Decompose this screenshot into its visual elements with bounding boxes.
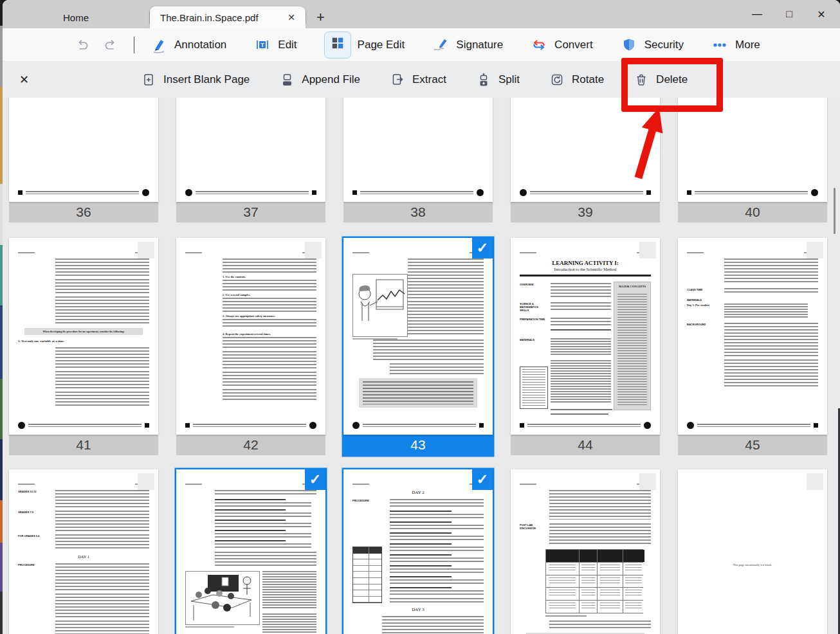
maximize-button[interactable]: □ <box>782 8 796 21</box>
page-number: 41 <box>9 435 158 455</box>
tab-document[interactable]: The.Brain.in.Space.pdf ✕ <box>150 6 306 28</box>
page-number: 40 <box>678 202 827 222</box>
toolbar-page-edit-label: Page Edit <box>358 39 405 51</box>
page-preview: LEARNING ACTIVITY I:Introduction to the … <box>511 238 660 435</box>
page-number: 36 <box>9 202 158 222</box>
thumbnail-grid: 36 37 38 39 40 When developing the proce… <box>3 98 829 634</box>
page-thumbnail-43[interactable]: ✓ 43 <box>343 238 493 455</box>
toolbar-annotation[interactable]: Annotation <box>150 36 226 54</box>
page-thumbnail-41[interactable]: When developing the procedure for an exp… <box>9 238 158 455</box>
toolbar-convert[interactable]: Convert <box>530 36 593 54</box>
page-thumbnail-42[interactable]: 1. Use the controls.2. Use several sampl… <box>176 238 325 455</box>
delete-button[interactable]: Delete <box>632 71 688 89</box>
rotate-label: Rotate <box>572 73 604 86</box>
delete-label: Delete <box>656 73 688 86</box>
thumbnail-checkbox[interactable] <box>138 242 154 258</box>
toolbar-page-edit[interactable]: Page Edit <box>324 32 405 59</box>
selected-checkbox[interactable]: ✓ <box>472 238 493 258</box>
undo-button[interactable] <box>75 37 90 53</box>
append-file-icon <box>278 71 296 89</box>
page-thumbnail-36[interactable]: 36 <box>9 98 158 222</box>
page-thumbnail-44[interactable]: LEARNING ACTIVITY I:Introduction to the … <box>511 238 660 455</box>
toolbar-more[interactable]: More <box>711 36 760 54</box>
selected-checkbox[interactable]: ✓ <box>472 469 493 490</box>
page-preview: ✓ <box>176 469 325 634</box>
page-edit-active-box <box>324 32 351 59</box>
selected-checkbox[interactable]: ✓ <box>305 469 325 490</box>
page-preview: CLASS TIMEMATERIALSDay 1: Per studentBAC… <box>678 238 827 435</box>
new-tab-button[interactable]: + <box>306 6 335 28</box>
page-edit-toolbar: ✕ Insert Blank Page Append File <box>3 61 840 98</box>
page-number: 38 <box>343 202 493 222</box>
page-thumbnail-50[interactable]: This page intentionally left blank. 50 <box>678 469 827 634</box>
append-file-button[interactable]: Append File <box>278 71 360 89</box>
thumbnail-checkbox[interactable] <box>807 473 823 490</box>
svg-text:T: T <box>261 41 265 48</box>
page-preview: 1. Use the controls.2. Use several sampl… <box>176 238 325 435</box>
page-number: 43 <box>343 435 493 455</box>
page-preview: POST-LAB DISCUSSIONThe use of the scient… <box>511 469 660 634</box>
page-thumbnail-47[interactable]: ✓ 47 <box>176 469 325 634</box>
page-number: 44 <box>511 435 660 455</box>
page-thumbnail-38[interactable]: 38 <box>343 98 493 222</box>
page-preview <box>9 98 158 202</box>
minimize-button[interactable]: — <box>750 8 764 21</box>
toolbar-security[interactable]: Security <box>620 36 684 54</box>
rotate-button[interactable]: Rotate <box>548 71 604 89</box>
page-thumbnail-37[interactable]: 37 <box>176 98 325 222</box>
page-preview <box>511 98 660 202</box>
scrollbar-thumb[interactable] <box>834 188 836 234</box>
page-preview <box>678 98 827 202</box>
split-button[interactable]: Split <box>475 71 520 89</box>
close-button[interactable]: ✕ <box>814 8 828 21</box>
page-thumbnail-46[interactable]: GRADES 10-12GRADES 7-9FOR GRADES 5-6DAY … <box>9 469 158 634</box>
toolbar-signature-label: Signature <box>456 39 503 51</box>
append-file-label: Append File <box>302 73 360 86</box>
page-preview: GRADES 10-12GRADES 7-9FOR GRADES 5-6DAY … <box>9 469 158 634</box>
toolbar-annotation-label: Annotation <box>174 39 226 51</box>
thumbnail-checkbox[interactable] <box>639 473 656 490</box>
page-preview <box>176 98 325 202</box>
tab-home-label: Home <box>63 12 89 23</box>
tab-document-label: The.Brain.in.Space.pdf <box>160 12 259 23</box>
page-number: 37 <box>176 202 325 222</box>
close-page-edit-icon[interactable]: ✕ <box>19 73 29 87</box>
annotation-pen-icon <box>150 36 168 54</box>
extract-label: Extract <box>412 73 446 86</box>
thumbnail-checkbox[interactable] <box>138 473 154 490</box>
split-label: Split <box>498 73 520 86</box>
toolbar-security-label: Security <box>644 39 684 51</box>
redo-icon <box>103 37 118 53</box>
page-thumbnail-48[interactable]: DAY 2PROCEDUREDAY 3✓ 48 <box>343 469 493 634</box>
thumbnail-checkbox[interactable] <box>305 242 322 258</box>
security-shield-icon <box>620 36 638 54</box>
page-edit-grid-icon <box>331 36 345 53</box>
convert-arrows-icon <box>530 36 548 54</box>
page-thumbnail-45[interactable]: CLASS TIMEMATERIALSDay 1: Per studentBAC… <box>678 238 827 455</box>
page-thumbnail-49[interactable]: POST-LAB DISCUSSIONThe use of the scient… <box>511 469 660 634</box>
insert-blank-page-button[interactable]: Insert Blank Page <box>140 71 250 89</box>
page-preview: This page intentionally left blank. <box>678 469 827 634</box>
rotate-icon <box>548 71 566 89</box>
page-thumbnail-39[interactable]: 39 <box>511 98 660 222</box>
toolbar-signature[interactable]: Signature <box>432 36 503 54</box>
window-controls: — □ ✕ <box>750 8 840 21</box>
toolbar-edit[interactable]: T Edit <box>253 36 297 54</box>
page-number: 39 <box>511 202 660 222</box>
close-tab-icon[interactable]: ✕ <box>285 11 298 24</box>
page-preview: When developing the procedure for an exp… <box>9 238 158 435</box>
toolbar-edit-label: Edit <box>278 39 297 51</box>
page-number: 42 <box>176 435 325 455</box>
thumbnail-checkbox[interactable] <box>807 242 823 258</box>
extract-button[interactable]: Extract <box>388 71 446 89</box>
redo-button[interactable] <box>103 37 118 53</box>
page-preview: DAY 2PROCEDUREDAY 3✓ <box>343 469 493 634</box>
app-window: Home The.Brain.in.Space.pdf ✕ + — □ ✕ <box>3 0 840 634</box>
insert-blank-page-label: Insert Blank Page <box>163 73 250 86</box>
edit-text-icon: T <box>253 36 271 54</box>
signature-pen-icon <box>432 36 450 54</box>
thumbnail-checkbox[interactable] <box>639 242 656 258</box>
toolbar-divider <box>134 37 134 53</box>
tab-home[interactable]: Home <box>3 6 149 28</box>
page-thumbnail-40[interactable]: 40 <box>678 98 827 222</box>
